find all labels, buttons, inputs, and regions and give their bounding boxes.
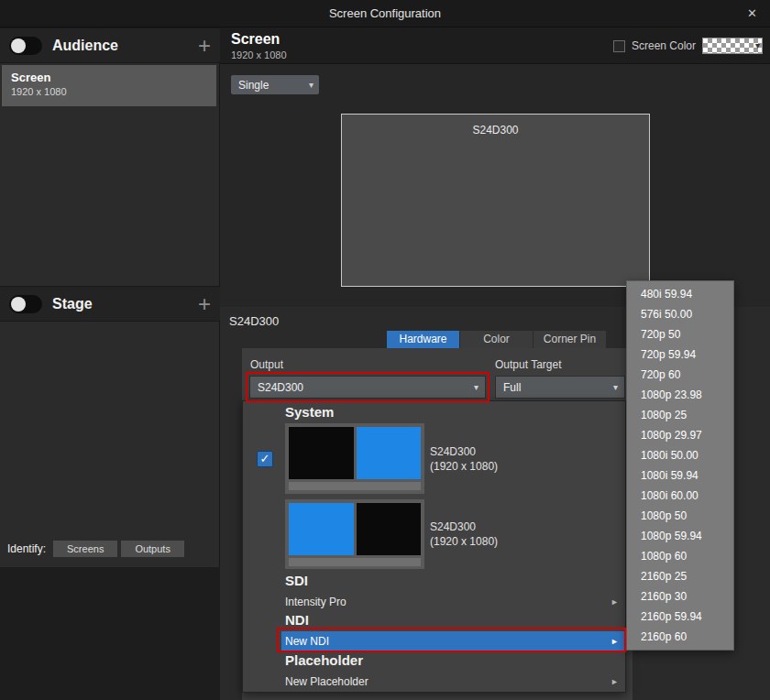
screen-color-checkbox[interactable] xyxy=(613,40,625,52)
output-dropdown[interactable]: S24D300 ▾ xyxy=(249,376,486,399)
menu-item-system-display-1[interactable]: S24D300 (1920 x 1080) xyxy=(285,423,615,494)
selected-display-shape xyxy=(289,503,354,555)
sidebar-item-screen[interactable]: Screen 1920 x 1080 xyxy=(2,65,216,106)
new-placeholder-label: New Placeholder xyxy=(285,675,368,688)
output-value: S24D300 xyxy=(258,381,303,394)
display-1-label: S24D300 (1920 x 1080) xyxy=(430,444,498,474)
stage-toggle[interactable] xyxy=(9,295,42,313)
submenu-item-resolution[interactable]: 576i 50.00 xyxy=(627,304,733,324)
submenu-item-resolution[interactable]: 1080i 60.00 xyxy=(627,486,733,506)
submenu-item-resolution[interactable]: 1080p 29.97 xyxy=(627,425,733,445)
chevron-down-icon: ▾ xyxy=(474,382,478,392)
close-icon[interactable]: ✕ xyxy=(747,0,757,27)
submenu-item-resolution[interactable]: 1080i 50.00 xyxy=(627,445,733,465)
selected-display-shape xyxy=(357,427,422,479)
submenu-item-resolution[interactable]: 720p 50 xyxy=(627,324,733,345)
display-1-name: S24D300 xyxy=(430,444,498,459)
identify-screens-button[interactable]: Screens xyxy=(53,541,117,557)
sidebar: Audience + Screen 1920 x 1080 Stage + Id… xyxy=(0,27,220,567)
thumbnail-bar xyxy=(289,482,421,490)
chevron-down-icon: ▾ xyxy=(309,80,314,90)
screen-preview-rect[interactable]: S24D300 xyxy=(341,114,650,287)
thumbnail-bar xyxy=(289,558,421,566)
submenu-item-resolution[interactable]: 2160p 60 xyxy=(627,627,733,647)
submenu-arrow-icon: ► xyxy=(610,637,619,646)
output-target-label: Output Target xyxy=(495,358,562,371)
screen-preview-area: Single ▾ S24D300 xyxy=(220,64,770,307)
display-arrangement-thumbnail-blue-black xyxy=(285,499,424,569)
display-2-label: S24D300 (1920 x 1080) xyxy=(430,520,498,549)
add-audience-screen-button[interactable]: + xyxy=(198,37,211,55)
screen-color-swatch[interactable]: ▾ xyxy=(702,38,763,54)
page-title: Screen xyxy=(231,31,280,48)
checked-checkbox-icon[interactable]: ✓ xyxy=(257,451,273,467)
tab-corner-pin[interactable]: Corner Pin xyxy=(534,331,606,348)
toggle-knob xyxy=(11,38,26,53)
stage-label: Stage xyxy=(52,296,93,312)
submenu-item-resolution[interactable]: 2160p 59.94 xyxy=(627,607,733,627)
toggle-knob xyxy=(11,297,26,312)
menu-header-system: System xyxy=(285,404,334,420)
chevron-down-icon: ▾ xyxy=(613,382,618,392)
output-dropdown-menu: System ✓ S24D300 (1920 x 1080) S24D300 (… xyxy=(242,400,626,693)
audience-label: Audience xyxy=(52,38,118,54)
submenu-item-resolution[interactable]: 1080p 50 xyxy=(627,506,733,526)
tab-hardware[interactable]: Hardware xyxy=(387,331,459,348)
menu-header-ndi: NDI xyxy=(285,612,309,628)
config-tabs: Hardware Color Corner Pin xyxy=(387,331,606,348)
submenu-item-resolution[interactable]: 720p 60 xyxy=(627,365,733,385)
arrangement-dropdown[interactable]: Single ▾ xyxy=(231,75,319,94)
add-stage-screen-button[interactable]: + xyxy=(198,295,211,313)
menu-item-intensity-pro[interactable]: Intensity Pro ► xyxy=(281,593,626,611)
main-header: Screen 1920 x 1080 Screen Color ▾ xyxy=(220,27,770,64)
output-target-value: Full xyxy=(503,381,521,394)
output-target-dropdown[interactable]: Full ▾ xyxy=(495,376,625,399)
menu-item-new-placeholder[interactable]: New Placeholder ► xyxy=(281,673,626,691)
submenu-item-resolution[interactable]: 1080p 25 xyxy=(627,405,733,425)
secondary-display-shape xyxy=(289,427,354,479)
submenu-arrow-icon: ► xyxy=(610,597,619,607)
new-ndi-label: New NDI xyxy=(285,635,329,648)
intensity-pro-label: Intensity Pro xyxy=(285,596,346,608)
menu-header-sdi: SDI xyxy=(285,573,308,588)
preview-monitor-label: S24D300 xyxy=(342,124,649,137)
submenu-item-resolution[interactable]: 720p 59.94 xyxy=(627,345,733,365)
screen-item-title: Screen xyxy=(11,71,207,84)
screen-color-group: Screen Color ▾ xyxy=(613,38,763,54)
config-section-title: S24D300 xyxy=(229,314,279,328)
screen-item-subtitle: 1920 x 1080 xyxy=(11,86,207,97)
submenu-item-resolution[interactable]: 480i 59.94 xyxy=(627,284,733,304)
submenu-item-resolution[interactable]: 1080p 23.98 xyxy=(627,385,733,405)
display-arrangement-thumbnail-black-blue xyxy=(285,423,424,494)
stage-section-header: Stage + xyxy=(0,286,220,322)
window-title: Screen Configuration xyxy=(0,0,770,27)
display-2-resolution: (1920 x 1080) xyxy=(430,534,498,549)
menu-item-new-ndi[interactable]: New NDI ► xyxy=(281,631,626,651)
submenu-item-resolution[interactable]: 1080p 59.94 xyxy=(627,526,733,546)
submenu-arrow-icon: ► xyxy=(610,677,619,686)
screen-color-label: Screen Color xyxy=(632,39,696,52)
resolution-submenu: 480i 59.94 576i 50.00 720p 50 720p 59.94… xyxy=(626,280,734,651)
identify-label: Identify: xyxy=(7,542,46,555)
secondary-display-shape xyxy=(357,503,422,555)
tab-color[interactable]: Color xyxy=(460,331,533,348)
submenu-item-resolution[interactable]: 2160p 25 xyxy=(627,566,733,586)
submenu-item-resolution[interactable]: 1080p 60 xyxy=(627,546,733,566)
output-label: Output xyxy=(250,358,283,371)
submenu-item-resolution[interactable]: 1080i 59.94 xyxy=(627,465,733,486)
display-1-resolution: (1920 x 1080) xyxy=(430,459,498,474)
identify-row: Identify: Screens Outputs xyxy=(7,541,184,557)
page-subtitle: 1920 x 1080 xyxy=(231,49,287,60)
audience-toggle[interactable] xyxy=(9,37,42,55)
screen-configuration-window: Screen Configuration ✕ Audience + Screen… xyxy=(0,0,770,700)
submenu-item-resolution[interactable]: 2160p 30 xyxy=(627,586,733,607)
arrangement-value: Single xyxy=(238,79,269,92)
audience-section-header: Audience + xyxy=(0,27,220,63)
menu-item-system-display-2[interactable]: S24D300 (1920 x 1080) xyxy=(285,499,615,569)
menu-header-placeholder: Placeholder xyxy=(285,652,363,668)
identify-outputs-button[interactable]: Outputs xyxy=(121,541,184,557)
titlebar: Screen Configuration ✕ xyxy=(0,0,770,27)
chevron-down-icon: ▾ xyxy=(755,38,760,53)
display-2-name: S24D300 xyxy=(430,520,498,534)
